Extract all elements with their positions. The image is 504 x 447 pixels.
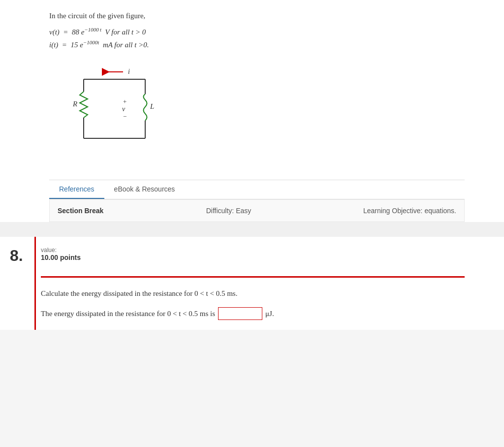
answer-prefix-text: The energy dissipated in the resistance … — [41, 308, 215, 319]
question-8-content: Calculate the energy dissipated in the r… — [41, 276, 465, 320]
value-label: value: — [41, 247, 465, 254]
tabs-container: References eBook & Resources Section Bre… — [49, 180, 465, 222]
tabs-row: References eBook & Resources — [49, 180, 465, 199]
svg-text:R: R — [72, 100, 77, 108]
svg-text:+: + — [123, 98, 126, 105]
tab-ebook[interactable]: eBook & Resources — [104, 180, 185, 199]
q8-problem-text: Calculate the energy dissipated in the r… — [41, 287, 465, 299]
difficulty-label: Difficulty: Easy — [156, 207, 301, 215]
unit-label: μJ. — [265, 308, 274, 319]
svg-text:i: i — [128, 68, 130, 75]
answer-input-box[interactable] — [218, 307, 262, 320]
references-row: Section Break Difficulty: Easy Learning … — [50, 200, 464, 222]
section-break-label: Section Break — [58, 207, 146, 215]
page-container: In the circuit of the given figure, v(t)… — [0, 0, 504, 330]
svg-text:L: L — [150, 102, 154, 110]
tab-references[interactable]: References — [49, 180, 104, 199]
svg-text:v: v — [122, 105, 126, 113]
section-separator — [0, 222, 504, 237]
question-8-wrapper: 8. value: 10.00 points Calculate the ene… — [0, 237, 504, 330]
question-8-number: 8. — [0, 237, 34, 330]
q8-answer-line: The energy dissipated in the resistance … — [41, 307, 465, 320]
references-table: Section Break Difficulty: Easy Learning … — [49, 199, 465, 222]
equation-2: i(t) = 15 e−1000t mA for all t >0. — [49, 39, 465, 49]
question-7-content: In the circuit of the given figure, v(t)… — [0, 0, 504, 180]
intro-text: In the circuit of the given figure, — [49, 10, 465, 22]
circuit-diagram: i R — [59, 60, 167, 158]
svg-text:−: − — [123, 113, 126, 120]
learning-objective-label: Learning Objective: equations. — [311, 207, 456, 215]
points-label: 10.00 points — [41, 254, 465, 261]
question-8-right: value: 10.00 points Calculate the energy… — [34, 237, 504, 330]
equation-1: v(t) = 88 e−1000 t V for all t > 0 — [49, 27, 465, 36]
